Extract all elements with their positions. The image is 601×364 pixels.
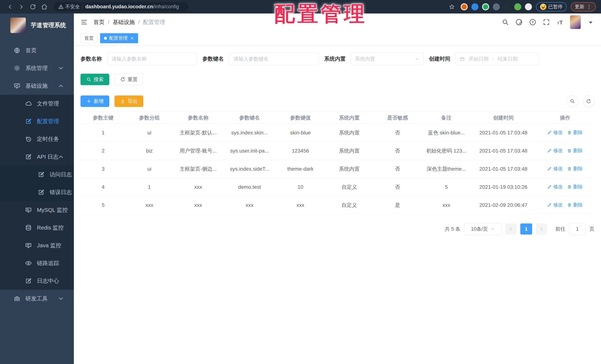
extension-puzzle-icon[interactable] bbox=[525, 3, 532, 10]
search-button[interactable]: 搜索 bbox=[80, 74, 109, 85]
breadcrumb-item[interactable]: 基础设施 bbox=[113, 19, 135, 26]
app-logo-row[interactable]: 芋道管理系统 bbox=[0, 13, 74, 37]
chevron-down-icon[interactable] bbox=[587, 19, 594, 26]
sidebar-item-redis-监控[interactable]: Redis 监控 bbox=[0, 219, 74, 237]
extension-on-badge-icon[interactable] bbox=[503, 3, 511, 10]
sidebar-item-mysql-监控[interactable]: MySQL 监控 bbox=[0, 201, 74, 219]
edit-icon bbox=[25, 118, 32, 125]
prev-page-button[interactable] bbox=[506, 223, 517, 234]
edit-link[interactable]: 修改 bbox=[547, 147, 563, 154]
pencil-icon bbox=[547, 149, 552, 153]
paused-label: 已暂停 bbox=[548, 3, 563, 10]
sidebar-item-配置管理[interactable]: 配置管理 bbox=[0, 112, 74, 130]
sidebar-item-定时任务[interactable]: 定时任务 bbox=[0, 130, 74, 148]
delete-link[interactable]: 删除 bbox=[567, 165, 583, 172]
add-button[interactable]: 新增 bbox=[80, 95, 109, 107]
filter-daterange[interactable]: 开始日期 - 结束日期 bbox=[455, 53, 539, 65]
sidebar-item-日志中心[interactable]: 日志中心 bbox=[0, 272, 74, 290]
sidebar-item-错误日志[interactable]: 错误日志 bbox=[0, 183, 74, 201]
security-label[interactable]: 不安全 bbox=[65, 3, 80, 10]
goto-page-input[interactable]: 1 bbox=[569, 223, 586, 235]
delete-link[interactable]: 删除 bbox=[567, 202, 583, 208]
column-header: 参数主键 bbox=[80, 112, 126, 124]
current-page-button[interactable]: 1 bbox=[520, 223, 532, 234]
table-cell: xxx bbox=[422, 196, 471, 214]
sidebar-item-首页[interactable]: 首页 bbox=[0, 41, 74, 59]
github-icon[interactable] bbox=[515, 19, 523, 26]
refresh-table-button[interactable] bbox=[583, 95, 594, 107]
update-label: 更新 bbox=[575, 3, 584, 10]
hamburger-icon[interactable] bbox=[80, 19, 88, 26]
reload-icon[interactable] bbox=[28, 2, 38, 12]
sidebar-item-基础设施[interactable]: 基础设施 bbox=[0, 77, 74, 95]
sidebar-item-java-监控[interactable]: Java 监控 bbox=[0, 237, 74, 254]
tag-home[interactable]: 首页 bbox=[80, 33, 98, 43]
mysql-icon bbox=[25, 207, 32, 213]
sidebar-item-api-日志[interactable]: API 日志 bbox=[0, 148, 74, 166]
breadcrumb-item[interactable]: 首页 bbox=[93, 19, 104, 26]
breadcrumb-item: 配置管理 bbox=[143, 19, 165, 26]
address-bar[interactable]: 不安全 dashboard.yudao.iocoder.cn/infra/con… bbox=[54, 2, 188, 12]
sidebar-item-链路追踪[interactable]: 链路追踪 bbox=[0, 254, 74, 272]
page-size-select[interactable]: 10条/页 bbox=[464, 223, 502, 235]
extension-gray-icon[interactable] bbox=[493, 3, 500, 10]
menu-dots-icon[interactable] bbox=[586, 4, 592, 10]
export-button[interactable]: 导出 bbox=[114, 95, 143, 107]
avatar[interactable] bbox=[570, 15, 581, 29]
log-icon bbox=[25, 153, 32, 160]
log-icon bbox=[25, 278, 32, 284]
back-icon[interactable] bbox=[5, 2, 15, 12]
next-page-button[interactable] bbox=[536, 223, 547, 234]
update-button[interactable]: 更新 bbox=[571, 2, 596, 11]
delete-link[interactable]: 删除 bbox=[567, 147, 583, 154]
tag-config-active[interactable]: 配置管理 bbox=[100, 33, 138, 43]
table-cell: sys.user.init-pa... bbox=[223, 142, 276, 160]
table-cell: 5 bbox=[422, 178, 471, 196]
bookmark-star-icon[interactable] bbox=[447, 2, 457, 12]
table-row: 2biz用户管理-账号...sys.user.init-pa...123456系… bbox=[80, 142, 594, 160]
sidebar-menu: 首页系统管理基础设施文件管理配置管理定时任务API 日志访问日志错误日志MySQ… bbox=[0, 41, 74, 307]
extension-pin-icon[interactable] bbox=[471, 3, 478, 10]
filter-builtin-select[interactable]: 系统内置 bbox=[351, 53, 424, 65]
gear-icon bbox=[14, 65, 20, 71]
app-logo bbox=[10, 18, 26, 33]
edit-link[interactable]: 修改 bbox=[547, 165, 563, 172]
delete-link-label: 删除 bbox=[573, 183, 583, 190]
paused-pill[interactable]: 已暂停 bbox=[536, 2, 567, 11]
url-path: /infra/config bbox=[153, 4, 179, 10]
goto-unit-label: 页 bbox=[589, 226, 594, 232]
extension-orange-icon[interactable] bbox=[461, 3, 468, 10]
help-icon[interactable]: ? bbox=[529, 19, 536, 26]
filter-builtin-placeholder: 系统内置 bbox=[355, 56, 375, 62]
forward-icon[interactable] bbox=[17, 2, 26, 12]
sidebar-item-研发工具[interactable]: 研发工具 bbox=[0, 290, 74, 307]
edit-link[interactable]: 修改 bbox=[547, 183, 563, 190]
toggle-search-button[interactable] bbox=[567, 95, 578, 107]
reset-button[interactable]: 重置 bbox=[114, 74, 143, 85]
extension-green-check-icon[interactable] bbox=[482, 3, 489, 10]
delete-link[interactable]: 删除 bbox=[567, 183, 583, 190]
sidebar-item-文件管理[interactable]: 文件管理 bbox=[0, 95, 74, 112]
home-icon[interactable] bbox=[40, 2, 49, 12]
sidebar-item-label: 文件管理 bbox=[37, 100, 59, 108]
table-cell: 主框架页-默认... bbox=[173, 124, 223, 142]
tag-close-icon[interactable] bbox=[130, 36, 134, 40]
filter-name-input[interactable] bbox=[107, 53, 197, 65]
font-size-icon[interactable]: TT bbox=[556, 19, 564, 26]
search-icon[interactable] bbox=[502, 19, 509, 26]
table-cell: skin-blue bbox=[276, 124, 325, 142]
sidebar-item-访问日志[interactable]: 访问日志 bbox=[0, 166, 74, 183]
extension-leaf-icon[interactable] bbox=[514, 3, 521, 10]
table-cell: xxx bbox=[173, 196, 223, 214]
delete-link[interactable]: 删除 bbox=[567, 129, 583, 136]
filter-key-input[interactable] bbox=[229, 53, 319, 65]
sidebar-item-系统管理[interactable]: 系统管理 bbox=[0, 59, 74, 77]
table-cell: 蓝色 skin-blue... bbox=[422, 124, 471, 142]
chevron-down-icon bbox=[58, 65, 64, 71]
url-text[interactable]: dashboard.yudao.iocoder.cn/infra/config bbox=[85, 4, 179, 10]
edit-link[interactable]: 修改 bbox=[547, 202, 563, 208]
edit-link[interactable]: 修改 bbox=[547, 129, 563, 136]
overlay-annotation-title: 配置管理 bbox=[274, 0, 367, 28]
fullscreen-icon[interactable] bbox=[543, 19, 550, 26]
table-cell: 2021-01-05 17:03:48 bbox=[471, 142, 536, 160]
